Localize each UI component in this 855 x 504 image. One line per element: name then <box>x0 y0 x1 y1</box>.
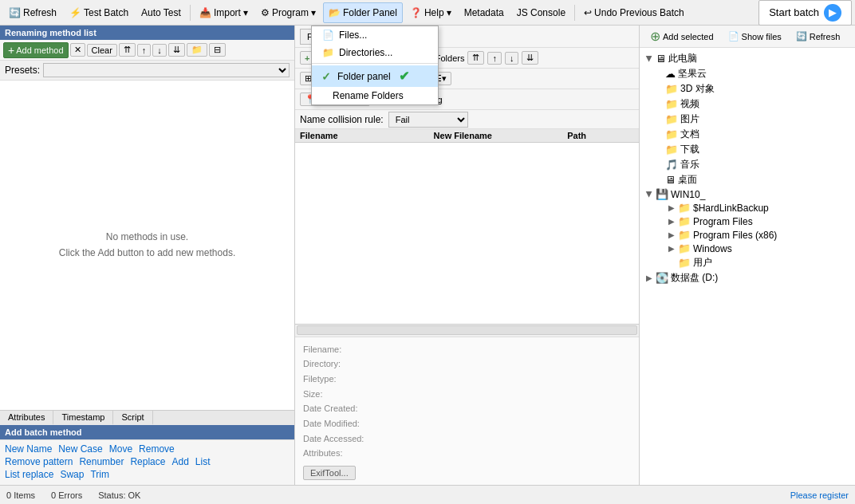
help-button[interactable]: ❓ Help ▾ <box>404 2 457 23</box>
tree-item-6[interactable]: ▶ 🎵 音乐 <box>640 157 855 172</box>
start-batch-button[interactable]: Start batch ▶ <box>758 0 852 26</box>
right-toolbar: ⊕ Add selected 📄 Show files 🔄 Refresh <box>640 26 855 48</box>
trim-link[interactable]: Trim <box>90 469 109 480</box>
list-link[interactable]: List <box>195 456 211 467</box>
tree-item-5[interactable]: ▶ 📁 下载 <box>640 142 855 157</box>
tree-item-11[interactable]: ▶ 📁 Program Files (x86) <box>640 228 855 242</box>
tree-item-10[interactable]: ▶ 📁 Program Files <box>640 215 855 228</box>
add-link[interactable]: Add <box>171 456 188 467</box>
item-0-arrow: ▶ <box>652 69 665 78</box>
replace-link[interactable]: Replace <box>130 456 165 467</box>
status-register[interactable]: Please register <box>790 490 849 500</box>
folder-panel-dropdown: 📄 Files... 📁 Directories... ✓ Folder pan… <box>311 26 439 105</box>
tree-item-12[interactable]: ▶ 📁 Windows <box>640 242 855 255</box>
remove-link[interactable]: Remove <box>139 443 175 455</box>
item-7-arrow: ▶ <box>652 175 665 184</box>
new-case-link[interactable]: New Case <box>58 443 102 455</box>
collision-row: Name collision rule: Fail Skip Overwrite <box>295 110 639 129</box>
status-ok: Status: OK <box>98 490 140 500</box>
item-0-label: 坚果云 <box>678 67 707 81</box>
tree-item-9[interactable]: ▶ 📁 $HardLinkBackup <box>640 201 855 215</box>
move-down-bottom-button[interactable]: ⇊ <box>168 43 185 57</box>
import-button[interactable]: 📥 Import ▾ <box>194 2 254 23</box>
right-refresh-icon: 🔄 <box>796 31 807 41</box>
move-up-top-button[interactable]: ⇈ <box>119 43 136 57</box>
menu-rename-folders[interactable]: Rename Folders <box>312 87 438 104</box>
more-btn[interactable]: ⊟ <box>209 43 226 57</box>
item-12-arrow: ▶ <box>665 244 678 253</box>
auto-test-button[interactable]: Auto Test <box>136 2 187 23</box>
folder-btn[interactable]: 📁 <box>187 43 207 57</box>
presets-select[interactable] <box>43 63 290 77</box>
item-8-arrow: ▶ <box>645 188 654 201</box>
tree-item-root[interactable]: ▶ 🖥 此电脑 <box>640 51 855 66</box>
filetype-info: Filetype: <box>303 372 631 387</box>
move-top-btn[interactable]: ⇈ <box>467 51 484 65</box>
tab-timestamp[interactable]: Timestamp <box>53 411 113 425</box>
menu-files[interactable]: 📄 Files... <box>312 26 438 44</box>
tree-item-8[interactable]: ▶ 💾 WIN10_ <box>640 187 855 201</box>
test-batch-button[interactable]: ⚡ Test Batch <box>64 2 134 23</box>
remove-pattern-link[interactable]: Remove pattern <box>5 456 73 467</box>
test-batch-icon: ⚡ <box>69 7 81 18</box>
file-table-body[interactable] <box>295 143 639 324</box>
menu-folder-panel[interactable]: ✓ Folder panel ✔ <box>312 65 438 87</box>
list-replace-link[interactable]: List replace <box>5 469 53 480</box>
js-console-button[interactable]: JS Console <box>511 2 571 23</box>
tree-item-2[interactable]: ▶ 📁 视频 <box>640 96 855 112</box>
tree-item-7[interactable]: ▶ 🖥 桌面 <box>640 172 855 187</box>
presets-label: Presets: <box>5 65 40 76</box>
col-path-header: Path <box>567 131 634 140</box>
status-bar: 0 Items 0 Errors Status: OK Please regis… <box>0 485 855 504</box>
horizontal-scrollbar[interactable] <box>295 324 639 337</box>
move-down-button[interactable]: ↓ <box>152 44 167 57</box>
metadata-button[interactable]: Metadata <box>459 2 510 23</box>
add-selected-icon: ⊕ <box>650 29 660 44</box>
item-14-label: 数据盘 (D:) <box>671 271 718 285</box>
swap-link[interactable]: Swap <box>60 469 84 480</box>
batch-row-2: Remove pattern Renumber Replace Add List <box>5 456 290 467</box>
tree-item-14[interactable]: ▶ 💽 数据盘 (D:) <box>640 270 855 285</box>
item-5-icon: 📁 <box>665 144 678 156</box>
h-scrollbar-track[interactable] <box>297 325 637 335</box>
status-items: 0 Items <box>6 490 35 500</box>
tree-item-13[interactable]: ▶ 📁 用户 <box>640 255 855 270</box>
program-icon: ⚙ <box>261 7 270 18</box>
item-4-icon: 📁 <box>665 128 678 140</box>
move-down-btn[interactable]: ↓ <box>505 52 519 65</box>
add-selected-button[interactable]: ⊕ Add selected <box>644 27 719 45</box>
delete-method-button[interactable]: ✕ <box>70 43 85 57</box>
date-created-info: Date Created: <box>303 401 631 416</box>
green-check-icon: ✔ <box>399 69 409 84</box>
tree-item-4[interactable]: ▶ 📁 文档 <box>640 127 855 142</box>
move-link[interactable]: Move <box>109 443 132 455</box>
item-13-arrow: ▶ <box>665 258 678 267</box>
tab-script[interactable]: Script <box>113 411 152 425</box>
right-refresh-button[interactable]: 🔄 Refresh <box>790 30 846 43</box>
item-14-arrow: ▶ <box>643 274 656 282</box>
add-method-button[interactable]: + Add method <box>3 42 69 58</box>
import-icon: 📥 <box>199 7 211 18</box>
show-files-button[interactable]: 📄 Show files <box>723 30 787 43</box>
renumber-link[interactable]: Renumber <box>79 456 124 467</box>
program-button[interactable]: ⚙ Program ▾ <box>255 2 321 23</box>
move-up-button[interactable]: ↑ <box>137 44 152 57</box>
menu-directories[interactable]: 📁 Directories... <box>312 44 438 61</box>
new-name-link[interactable]: New Name <box>5 443 52 455</box>
move-up-btn[interactable]: ↑ <box>487 52 502 65</box>
refresh-button[interactable]: 🔄 Refresh <box>3 2 62 23</box>
presets-row: Presets: <box>0 61 294 81</box>
tree-item-1[interactable]: ▶ 📁 3D 对象 <box>640 81 855 96</box>
col-filename-header: Filename <box>300 131 434 140</box>
clear-button[interactable]: Clear <box>87 44 117 57</box>
tree-item-3[interactable]: ▶ 📁 图片 <box>640 112 855 127</box>
item-3-icon: 📁 <box>665 113 678 125</box>
tree-item-0[interactable]: ▶ ☁ 坚果云 <box>640 66 855 81</box>
collision-select[interactable]: Fail Skip Overwrite <box>388 112 468 128</box>
exiftool-button[interactable]: ExifTool... <box>303 466 356 480</box>
folder-panel-button[interactable]: 📂 Folder Panel <box>323 2 403 23</box>
move-bottom-btn[interactable]: ⇊ <box>522 51 538 65</box>
undo-previous-batch-button[interactable]: ↩ Undo Previous Batch <box>578 2 690 23</box>
item-10-icon: 📁 <box>678 215 691 227</box>
tab-attributes[interactable]: Attributes <box>0 411 53 425</box>
